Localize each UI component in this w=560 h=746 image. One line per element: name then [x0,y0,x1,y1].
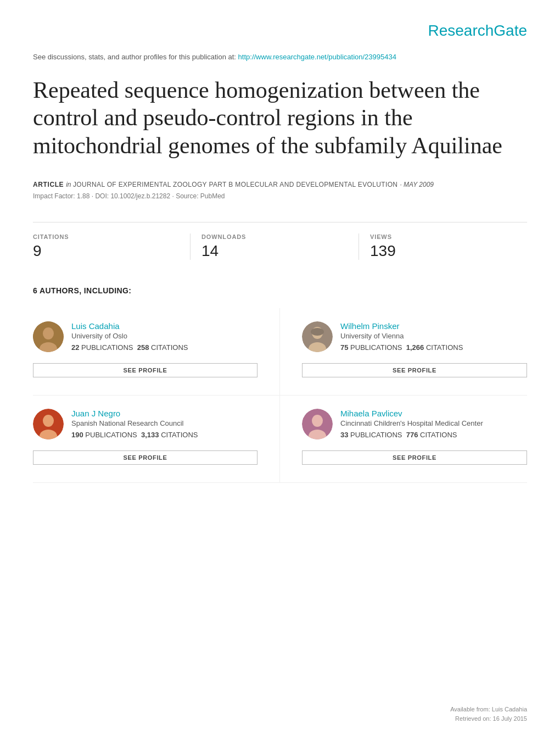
svg-point-11 [312,415,323,427]
avatar-pavlicev [302,409,333,439]
svg-point-1 [43,327,54,339]
page-container: ResearchGate See discussions, stats, and… [0,0,560,527]
author-institution-pinsker: University of Vienna [340,332,527,340]
paper-title: Repeated sequence homogenization between… [33,76,527,159]
stats-row: CITATIONS 9 DOWNLOADS 14 VIEWS 139 [33,222,527,260]
researchgate-logo: ResearchGate [428,22,527,40]
author-top-negro: Juan J Negro Spanish National Research C… [33,409,257,439]
intro-line: See discussions, stats, and author profi… [33,53,527,61]
author-card-cadahia: Luis Cadahia University of Oslo 22 PUBLI… [33,308,280,396]
author-stats-cadahia: 22 PUBLICATIONS 258 CITATIONS [71,343,257,352]
see-profile-button-pinsker[interactable]: SEE PROFILE [302,363,527,377]
downloads-stat: DOWNLOADS 14 [191,233,359,260]
avatar-cadahia-img [33,321,64,352]
publication-link[interactable]: http://www.researchgate.net/publication/… [238,53,396,61]
footer-available: Available from: Luis Cadahia Retrieved o… [450,705,527,724]
views-stat: VIEWS 139 [359,233,527,260]
available-from-label: Available from: [450,706,490,712]
author-institution-pavlicev: Cincinnati Children's Hospital Medical C… [340,419,527,427]
views-value: 139 [370,242,516,260]
article-date: · MAY 2009 [400,181,434,188]
author-top-cadahia: Luis Cadahia University of Oslo 22 PUBLI… [33,321,257,352]
authors-suffix: , INCLUDING: [79,286,131,295]
author-institution-negro: Spanish National Research Council [71,419,257,427]
author-info-pinsker: Wilhelm Pinsker University of Vienna 75 … [340,321,527,352]
author-info-cadahia: Luis Cadahia University of Oslo 22 PUBLI… [71,321,257,352]
author-stats-pinsker: 75 PUBLICATIONS 1,266 CITATIONS [340,343,527,352]
retrieved-date: 16 July 2015 [493,715,527,722]
author-name-pinsker[interactable]: Wilhelm Pinsker [340,321,527,331]
downloads-label: DOWNLOADS [201,233,348,240]
impact-line: Impact Factor: 1.88 · DOI: 10.1002/jez.b… [33,192,527,200]
author-name-pavlicev[interactable]: Mihaela Pavlicev [340,409,527,418]
svg-point-8 [43,415,54,427]
available-from-name: Luis Cadahia [492,706,527,712]
authors-count: 6 AUTHORS [33,286,79,295]
author-card-negro: Juan J Negro Spanish National Research C… [33,396,280,483]
author-card-pavlicev: Mihaela Pavlicev Cincinnati Children's H… [280,396,527,483]
citations-value: 9 [33,242,179,260]
retrieved-label: Retrieved on: [455,715,491,722]
author-name-negro[interactable]: Juan J Negro [71,409,257,418]
article-meta: ARTICLE in JOURNAL OF EXPERIMENTAL ZOOLO… [33,179,527,189]
author-card-pinsker: Wilhelm Pinsker University of Vienna 75 … [280,308,527,396]
author-info-negro: Juan J Negro Spanish National Research C… [71,409,257,439]
author-institution-cadahia: University of Oslo [71,332,257,340]
avatar-negro [33,409,64,439]
see-profile-button-pavlicev[interactable]: SEE PROFILE [302,450,527,465]
footer: Available from: Luis Cadahia Retrieved o… [450,705,527,724]
views-label: VIEWS [370,233,516,240]
intro-text: See discussions, stats, and author profi… [33,53,238,61]
author-stats-pavlicev: 33 PUBLICATIONS 776 CITATIONS [340,431,527,439]
authors-section: 6 AUTHORS, INCLUDING: [33,286,527,483]
avatar-cadahia [33,321,64,352]
author-name-cadahia[interactable]: Luis Cadahia [71,321,257,331]
article-journal: JOURNAL OF EXPERIMENTAL ZOOLOGY PART B M… [73,181,398,188]
author-stats-negro: 190 PUBLICATIONS 3,133 CITATIONS [71,431,257,439]
article-label: ARTICLE [33,181,64,188]
authors-heading: 6 AUTHORS, INCLUDING: [33,286,527,295]
downloads-value: 14 [201,242,348,260]
article-in: in [66,181,73,188]
see-profile-button-cadahia[interactable]: SEE PROFILE [33,363,257,377]
see-profile-button-negro[interactable]: SEE PROFILE [33,450,257,465]
authors-grid: Luis Cadahia University of Oslo 22 PUBLI… [33,308,527,483]
author-top-pavlicev: Mihaela Pavlicev Cincinnati Children's H… [302,409,527,439]
avatar-pinsker [302,321,333,352]
author-top-pinsker: Wilhelm Pinsker University of Vienna 75 … [302,321,527,352]
citations-stat: CITATIONS 9 [33,233,191,260]
svg-point-6 [311,328,324,336]
header: ResearchGate [33,22,527,40]
citations-label: CITATIONS [33,233,179,240]
author-info-pavlicev: Mihaela Pavlicev Cincinnati Children's H… [340,409,527,439]
